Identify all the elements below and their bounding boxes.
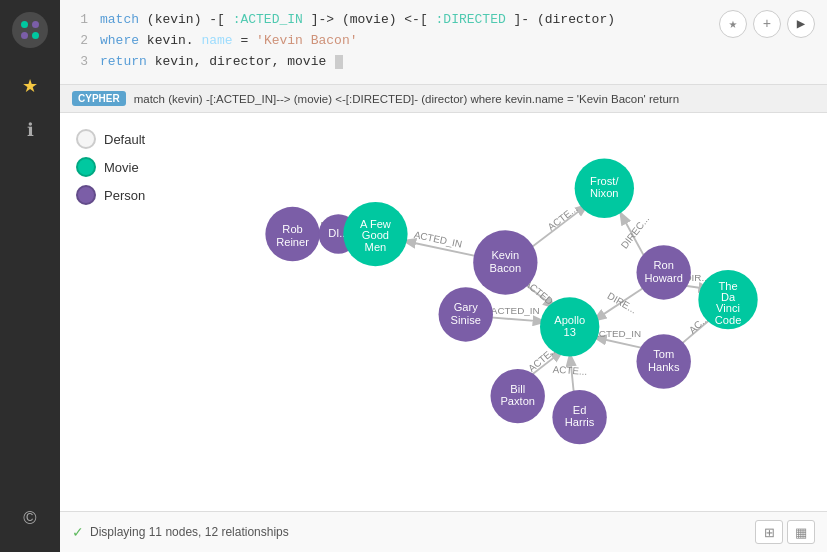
logo-dot-1: [21, 21, 28, 28]
cypher-badge: CYPHER: [72, 91, 126, 106]
sidebar-item-favorites[interactable]: ★: [10, 66, 50, 106]
edge-label-acted-fewgoodmen: ACTED_IN: [413, 229, 463, 250]
code-var-1: (kevin) -[: [147, 12, 225, 27]
sidebar-item-copyright[interactable]: ©: [10, 498, 50, 538]
sidebar-bottom: ©: [10, 496, 50, 540]
main-panel: ★ + ▶ 1 match (kevin) -[ :ACTED_IN ]-> (…: [60, 0, 827, 552]
code-text-1[interactable]: match (kevin) -[ :ACTED_IN ]-> (movie) <…: [100, 10, 615, 31]
rel-acted-in: :ACTED_IN: [233, 12, 303, 27]
legend-circle-default: [76, 129, 96, 149]
code-line-3: 3 return kevin, director, movie: [60, 52, 815, 73]
legend-label-default: Default: [104, 132, 145, 147]
status-message-container: ✓ Displaying 11 nodes, 12 relationships: [72, 524, 289, 540]
code-text-3[interactable]: return kevin, director, movie: [100, 52, 343, 73]
kw-return: return: [100, 54, 147, 69]
kw-match: match: [100, 12, 139, 27]
edge-label-acted-tom: ACTED_IN: [592, 328, 641, 339]
edge-label-acted-frost: ACTE...: [546, 203, 580, 233]
code-var-4: kevin.: [147, 33, 194, 48]
code-line-1: 1 match (kevin) -[ :ACTED_IN ]-> (movie)…: [60, 10, 815, 31]
app-logo: [12, 12, 48, 48]
logo-dots: [21, 21, 39, 39]
legend-circle-movie: [76, 157, 96, 177]
logo-dot-3: [21, 32, 28, 39]
node-ed-harris[interactable]: [552, 390, 606, 444]
node-rob-reiner[interactable]: [265, 207, 319, 261]
logo-dot-2: [32, 21, 39, 28]
status-message: Displaying 11 nodes, 12 relationships: [90, 525, 289, 539]
line-number-1: 1: [72, 10, 88, 31]
rel-directed: :DIRECTED: [436, 12, 506, 27]
edge-label-acte-ed: ACTE...: [552, 364, 587, 377]
node-bill-paxton[interactable]: [491, 369, 545, 423]
legend-circle-person: [76, 185, 96, 205]
cypher-bar: CYPHER match (kevin) -[:ACTED_IN]--> (mo…: [60, 85, 827, 113]
graph-svg: ACTE... ACTED_IN ACTED_IN DI... DIREC...…: [60, 113, 827, 511]
graph-legend: Default Movie Person: [76, 129, 145, 205]
code-var-2: ]-> (movie) <-[: [311, 12, 428, 27]
legend-item-movie: Movie: [76, 157, 145, 177]
code-var-3: ]- (director): [514, 12, 615, 27]
status-check-icon: ✓: [72, 524, 84, 540]
node-da-vinci[interactable]: [698, 270, 757, 329]
legend-item-person: Person: [76, 185, 145, 205]
kw-where: where: [100, 33, 139, 48]
edge-gary-apollo: [484, 317, 547, 322]
sidebar-item-info[interactable]: ℹ: [10, 110, 50, 150]
node-frost-nixon[interactable]: [575, 159, 634, 218]
code-text-2[interactable]: where kevin. name = 'Kevin Bacon': [100, 31, 358, 52]
legend-label-person: Person: [104, 188, 145, 203]
node-ron-howard[interactable]: [636, 245, 690, 299]
node-apollo13[interactable]: [540, 297, 599, 356]
code-str-bacon: 'Kevin Bacon': [256, 33, 357, 48]
node-few-good-men[interactable]: [343, 202, 407, 266]
cursor: [335, 55, 343, 69]
graph-area[interactable]: Default Movie Person: [60, 113, 827, 511]
graph-view-button[interactable]: ⊞: [755, 520, 783, 544]
status-bar: ✓ Displaying 11 nodes, 12 relationships …: [60, 511, 827, 552]
line-number-2: 2: [72, 31, 88, 52]
add-button[interactable]: +: [753, 10, 781, 38]
code-var-6: kevin, director, movie: [155, 54, 327, 69]
sidebar: ★ ℹ ©: [0, 0, 60, 552]
line-number-3: 3: [72, 52, 88, 73]
logo-dot-4: [32, 32, 39, 39]
edge-label-acted-gary: ACTED_IN: [491, 305, 540, 316]
code-line-2: 2 where kevin. name = 'Kevin Bacon': [60, 31, 815, 52]
code-var-5: =: [240, 33, 256, 48]
star-button[interactable]: ★: [719, 10, 747, 38]
view-toggle-buttons: ⊞ ▦: [755, 520, 815, 544]
legend-label-movie: Movie: [104, 160, 139, 175]
run-button[interactable]: ▶: [787, 10, 815, 38]
table-view-button[interactable]: ▦: [787, 520, 815, 544]
node-gary-sinise[interactable]: [439, 287, 493, 341]
code-prop-name: name: [201, 33, 232, 48]
code-toolbar: ★ + ▶: [719, 10, 815, 38]
code-editor: ★ + ▶ 1 match (kevin) -[ :ACTED_IN ]-> (…: [60, 0, 827, 85]
legend-item-default: Default: [76, 129, 145, 149]
node-tom-hanks[interactable]: [636, 334, 690, 388]
node-kevin-bacon[interactable]: [473, 230, 537, 294]
cypher-query-text: match (kevin) -[:ACTED_IN]--> (movie) <-…: [134, 93, 679, 105]
